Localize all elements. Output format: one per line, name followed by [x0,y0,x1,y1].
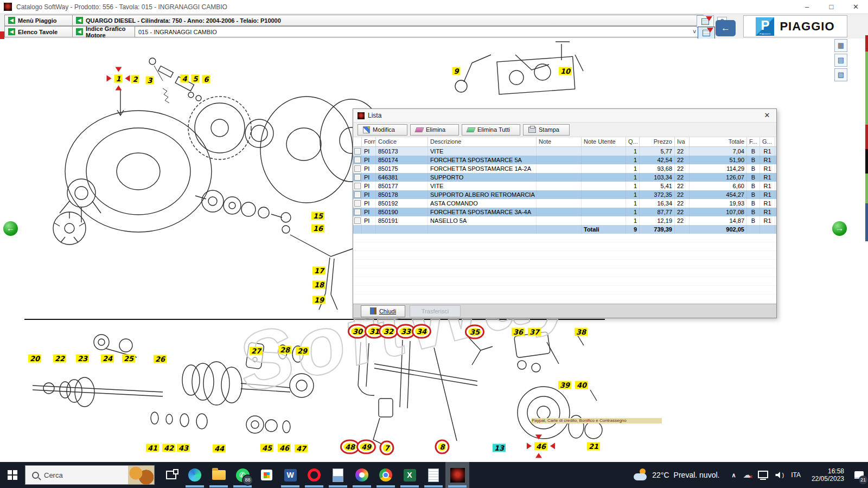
table-row[interactable]: PI850175FORCHETTA SPOSTAMARCE 1A-2A193,6… [353,164,776,173]
col-g[interactable]: G... [760,137,775,146]
search-input[interactable]: Cerca [25,465,155,485]
totals-row[interactable]: Totali9739,39902,05 [353,225,776,234]
part-callout-25[interactable]: 25 [122,355,135,363]
tray-chevron-icon[interactable]: ∧ [731,472,736,479]
part-callout-21[interactable]: 21 [587,442,600,451]
table-row[interactable]: PI850191NASELLO 5A112,192214,87BR1 [353,216,776,225]
weather-widget[interactable]: 22°C Preval. nuvol. [627,470,726,480]
part-callout-34[interactable]: 34 [415,328,428,336]
table-row[interactable]: PI646381SUPPORTO1103,3422126,07BR1 [353,173,776,182]
edge-icon[interactable] [183,462,207,488]
stampa-button[interactable]: Stampa [523,124,570,136]
elimina-tutti-button[interactable]: Elimina Tutti [462,124,520,136]
part-callout-10[interactable]: 10 [559,67,572,75]
product-info-button[interactable]: ◀ QUARGO DIESEL - Cilindrata: 750 - Anno… [72,15,704,26]
part-callout-33[interactable]: 33 [399,328,412,336]
part-callout-41[interactable]: 41 [146,444,159,452]
paint-icon[interactable] [350,462,374,488]
col-iva[interactable]: Iva [675,137,690,146]
minimize-button[interactable]: – [795,0,819,14]
table-row[interactable]: PI850190FORCHETTA SPOSTAMARCE 3A-4A187,7… [353,208,776,216]
part-callout-22[interactable]: 22 [53,355,66,363]
row-checkbox[interactable] [354,148,361,155]
row-checkbox[interactable] [354,165,361,172]
part-callout-35[interactable]: 35 [468,328,481,336]
col-quantita[interactable]: Q... [626,137,640,146]
part-callout-7[interactable]: 7 [382,444,391,452]
part-callout-29[interactable]: 29 [296,347,309,355]
row-checkbox[interactable] [354,209,361,215]
col-descrizione[interactable]: Descrizione [428,137,537,146]
part-callout-4[interactable]: 4 [180,75,188,83]
file-explorer-icon[interactable] [207,462,231,488]
table-select-combobox[interactable]: 015 - INGRANAGGI CAMBIO ˅ [135,26,700,37]
col-note-utente[interactable]: Note Utente [582,137,626,146]
view-table-button[interactable]: ▦ [834,39,847,52]
col-prezzo[interactable]: Prezzo [640,137,675,146]
excel-icon[interactable]: X [398,462,422,488]
col-totale[interactable]: Totale [690,137,747,146]
onedrive-icon[interactable]: ☁✕ [743,470,751,480]
row-checkbox[interactable] [354,191,361,198]
part-callout-27[interactable]: 27 [250,347,263,355]
part-callout-36[interactable]: 36 [512,328,525,336]
network-icon[interactable] [758,471,768,478]
part-callout-5[interactable]: 5 [191,75,199,83]
col-codice[interactable]: Codice [376,137,428,146]
part-callout-28[interactable]: 28 [278,346,291,354]
table-row[interactable]: PI850178SUPPORTO ALBERO RETROMARCIA1372,… [353,190,776,199]
part-callout-9[interactable]: 9 [452,67,460,75]
lista-dialog-titlebar[interactable]: Lista ✕ [353,109,776,123]
col-note[interactable]: Note [537,137,582,146]
lista-close-icon[interactable]: ✕ [758,109,776,122]
part-callout-44[interactable]: 44 [213,445,226,453]
elimina-button[interactable]: Elimina [410,124,459,136]
part-callout-38[interactable]: 38 [575,328,588,336]
part-callout-32[interactable]: 32 [382,328,395,336]
view-print-button[interactable]: ▧ [834,68,847,81]
part-callout-16[interactable]: 16 [311,224,324,233]
back-button[interactable]: ← [716,20,736,36]
col-forn[interactable]: Forn... [362,137,376,146]
part-callout-49[interactable]: 49 [360,443,373,451]
clock[interactable]: 16:58 22/05/2023 [806,467,850,483]
start-button[interactable] [0,462,25,488]
store-icon[interactable] [254,462,278,488]
next-table-button[interactable]: → [832,221,847,236]
part-callout-24[interactable]: 24 [101,355,114,363]
prev-table-button[interactable]: ← [3,221,18,236]
col-f[interactable]: F... [747,137,760,146]
part-callout-20[interactable]: 20 [28,355,41,363]
table-row[interactable]: PI850177VITE15,41226,60BR1 [353,182,776,190]
part-callout-30[interactable]: 30 [351,328,364,336]
part-callout-8[interactable]: 8 [438,443,446,451]
view-list-button[interactable]: ▤ [834,54,847,67]
part-callout-26[interactable]: 26 [154,355,167,363]
part-callout-6[interactable]: 6 [202,75,210,84]
part-callout-47[interactable]: 47 [295,445,308,453]
document-icon[interactable] [326,462,350,488]
part-callout-45[interactable]: 45 [260,444,273,452]
row-checkbox[interactable] [354,157,361,163]
notification-center-icon[interactable]: 21 [850,462,868,488]
chrome-icon[interactable] [374,462,398,488]
task-view-icon[interactable] [159,462,183,488]
maximize-button[interactable]: □ [819,0,844,14]
softway-icon[interactable] [445,462,469,488]
part-callout-48[interactable]: 48 [343,443,356,451]
row-checkbox[interactable] [354,183,361,189]
part-callout-2[interactable]: 2 [131,75,139,84]
row-checkbox[interactable] [354,200,361,207]
part-callout-17[interactable]: 17 [312,267,326,275]
table-row[interactable]: PI850174FORCHETTA SPOSTAMARCE 5A142,5422… [353,156,776,164]
close-button[interactable]: ✕ [844,0,868,14]
part-callout-37[interactable]: 37 [528,328,541,336]
table-row[interactable]: PI850192ASTA COMANDO116,342219,93BR1 [353,199,776,208]
opera-icon[interactable] [302,462,326,488]
notepad-icon[interactable] [422,462,445,488]
row-checkbox[interactable] [354,217,361,224]
part-callout-46[interactable]: 46 [534,442,547,451]
part-callout-42[interactable]: 42 [162,444,175,452]
modifica-button[interactable]: Modifica [358,124,407,136]
part-callout-18[interactable]: 18 [312,281,326,289]
